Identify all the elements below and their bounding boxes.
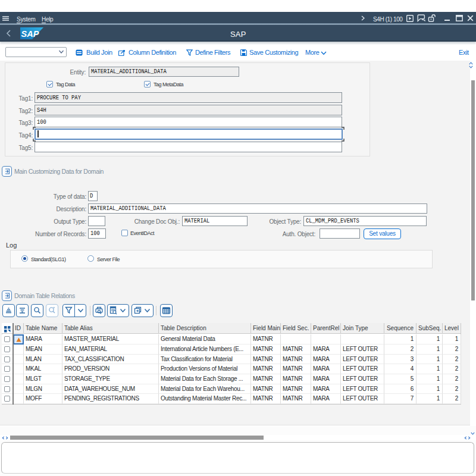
svg-text:SAP: SAP <box>21 29 39 39</box>
